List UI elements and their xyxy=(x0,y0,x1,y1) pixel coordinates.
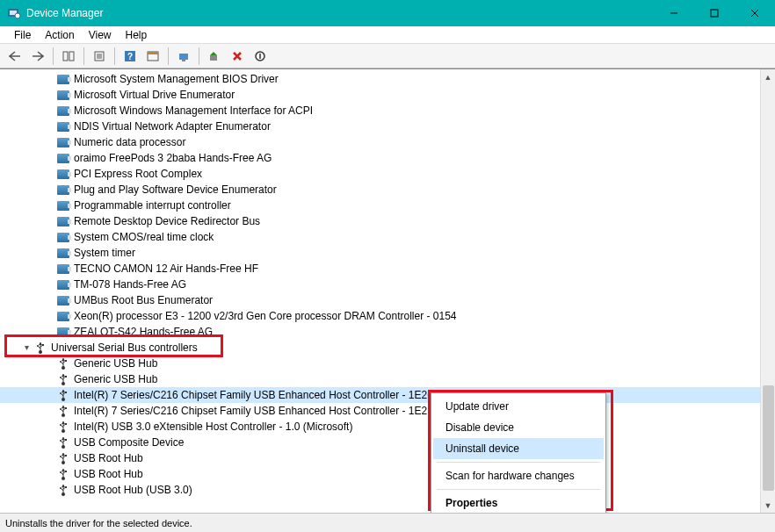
minimize-button[interactable] xyxy=(654,0,694,26)
ctx-update-driver[interactable]: Update driver xyxy=(433,396,604,417)
tree-item-system-device[interactable]: System CMOS/real time clock xyxy=(0,229,760,245)
ctx-separator xyxy=(437,462,600,463)
usb-icon xyxy=(56,484,70,496)
tree-item-system-device[interactable]: Programmable interrupt controller xyxy=(0,198,760,213)
update-driver-button[interactable] xyxy=(205,47,224,66)
svg-point-42 xyxy=(60,392,62,394)
tree-item-usb-device[interactable]: Generic USB Hub xyxy=(0,371,760,387)
svg-rect-50 xyxy=(65,407,67,409)
tree-category-usb-controllers[interactable]: ▾Universal Serial Bus controllers xyxy=(0,340,760,356)
device-icon xyxy=(56,73,70,85)
tree-item-usb-device[interactable]: USB Root Hub xyxy=(0,466,760,482)
ctx-scan-hardware[interactable]: Scan for hardware changes xyxy=(433,465,604,486)
scroll-down-button[interactable]: ▼ xyxy=(761,498,775,513)
tree-item-usb-device[interactable]: Intel(R) 7 Series/C216 Chipset Family US… xyxy=(0,403,760,419)
tree-item-system-device[interactable]: Numeric data processor xyxy=(0,134,760,150)
menu-file[interactable]: File xyxy=(7,27,38,43)
device-icon xyxy=(56,294,70,306)
tree-item-label: Programmable interrupt controller xyxy=(74,198,231,213)
svg-rect-38 xyxy=(65,376,67,377)
device-icon xyxy=(56,136,70,148)
usb-icon xyxy=(56,468,70,480)
tree-item-label: UMBus Root Bus Enumerator xyxy=(74,292,213,308)
chevron-down-icon[interactable]: ▾ xyxy=(19,340,33,356)
tree-item-label: Numeric data processor xyxy=(74,134,185,150)
tree-item-label: USB Root Hub xyxy=(74,450,143,466)
scroll-thumb[interactable] xyxy=(763,385,774,491)
uninstall-device-button[interactable] xyxy=(228,47,247,66)
device-icon xyxy=(56,231,70,243)
usb-icon xyxy=(56,436,70,449)
device-icon xyxy=(56,310,70,322)
usb-icon xyxy=(33,341,47,354)
svg-text:?: ? xyxy=(127,52,133,61)
show-hide-console-button[interactable] xyxy=(59,47,78,66)
menubar: File Action View Help xyxy=(0,26,775,44)
device-icon xyxy=(56,104,70,117)
svg-rect-74 xyxy=(65,471,67,472)
tree-item-label: Intel(R) 7 Series/C216 Chipset Family US… xyxy=(74,387,433,403)
svg-point-48 xyxy=(60,408,62,410)
svg-rect-16 xyxy=(148,52,158,54)
tree-item-system-device[interactable]: Microsoft Windows Management Interface f… xyxy=(0,103,760,119)
tree-item-label: System CMOS/real time clock xyxy=(74,229,214,245)
tree-item-system-device[interactable]: NDIS Virtual Network Adapter Enumerator xyxy=(0,119,760,134)
tree-item-system-device[interactable]: ZEALOT-S42 Hands-Free AG xyxy=(0,324,760,340)
menu-view[interactable]: View xyxy=(82,27,119,43)
tree-item-system-device[interactable]: UMBus Root Bus Enumerator xyxy=(0,292,760,308)
tree-item-usb-device[interactable]: Intel(R) USB 3.0 eXtensible Host Control… xyxy=(0,419,760,435)
svg-rect-18 xyxy=(182,60,185,61)
svg-point-66 xyxy=(60,456,62,457)
tree-item-label: Xeon(R) processor E3 - 1200 v2/3rd Gen C… xyxy=(74,308,457,324)
ctx-disable-device[interactable]: Disable device xyxy=(433,417,604,438)
tree-item-usb-device[interactable]: USB Root Hub (USB 3.0) xyxy=(0,482,760,498)
tree-item-system-device[interactable]: Microsoft Virtual Drive Enumerator xyxy=(0,87,760,103)
tree-item-label: USB Composite Device xyxy=(74,435,184,450)
svg-point-2 xyxy=(15,13,20,18)
back-button[interactable] xyxy=(5,47,25,66)
tree-item-usb-device[interactable]: Generic USB Hub xyxy=(0,356,760,371)
tree-item-label: Intel(R) 7 Series/C216 Chipset Family US… xyxy=(74,403,435,419)
ctx-uninstall-device[interactable]: Uninstall device xyxy=(433,438,604,459)
tree-item-label: Generic USB Hub xyxy=(74,356,157,371)
usb-icon xyxy=(56,421,70,433)
device-icon xyxy=(56,247,70,259)
tree-item-system-device[interactable]: oraimo FreePods 3 2baba Hands-Free AG xyxy=(0,150,760,166)
maximize-button[interactable] xyxy=(694,0,735,26)
tree-item-system-device[interactable]: System timer xyxy=(0,245,760,261)
ctx-separator xyxy=(437,489,600,490)
tree-item-system-device[interactable]: Microsoft System Management BIOS Driver xyxy=(0,71,760,87)
tree-item-usb-device[interactable]: USB Root Hub xyxy=(0,450,760,466)
device-tree[interactable]: Microsoft System Management BIOS DriverM… xyxy=(0,69,760,513)
menu-help[interactable]: Help xyxy=(119,27,155,43)
tree-item-label: TECNO CAMON 12 Air Hands-Free HF xyxy=(74,261,258,277)
device-icon xyxy=(56,168,70,180)
tree-item-usb-device[interactable]: USB Composite Device xyxy=(0,435,760,450)
tree-item-system-device[interactable]: PCI Express Root Complex xyxy=(0,166,760,182)
properties-button[interactable] xyxy=(90,47,109,66)
action-button[interactable] xyxy=(143,47,163,66)
tree-item-label: NDIS Virtual Network Adapter Enumerator xyxy=(74,119,271,134)
disable-device-button[interactable] xyxy=(250,47,270,66)
tree-item-label: Intel(R) USB 3.0 eXtensible Host Control… xyxy=(74,419,352,435)
close-button[interactable] xyxy=(735,0,775,26)
scroll-up-button[interactable]: ▲ xyxy=(761,69,775,84)
tree-item-system-device[interactable]: TM-078 Hands-Free AG xyxy=(0,277,760,292)
forward-button[interactable] xyxy=(28,47,47,66)
tree-item-system-device[interactable]: TECNO CAMON 12 Air Hands-Free HF xyxy=(0,261,760,277)
tree-item-usb-device[interactable]: Intel(R) 7 Series/C216 Chipset Family US… xyxy=(0,387,760,403)
help-button[interactable]: ? xyxy=(120,47,140,66)
svg-rect-80 xyxy=(65,486,67,488)
menu-action[interactable]: Action xyxy=(38,27,81,43)
svg-rect-44 xyxy=(65,392,67,393)
svg-rect-32 xyxy=(65,360,67,362)
tree-item-system-device[interactable]: Remote Desktop Device Redirector Bus xyxy=(0,213,760,229)
device-icon xyxy=(56,89,70,101)
ctx-properties[interactable]: Properties xyxy=(433,492,604,513)
svg-rect-26 xyxy=(42,344,44,346)
tree-item-system-device[interactable]: Plug and Play Software Device Enumerator xyxy=(0,182,760,198)
tree-item-system-device[interactable]: Xeon(R) processor E3 - 1200 v2/3rd Gen C… xyxy=(0,308,760,324)
scan-hardware-button[interactable] xyxy=(174,47,193,66)
scrollbar[interactable]: ▲ ▼ xyxy=(760,69,775,513)
tree-item-label: Plug and Play Software Device Enumerator xyxy=(74,182,277,198)
